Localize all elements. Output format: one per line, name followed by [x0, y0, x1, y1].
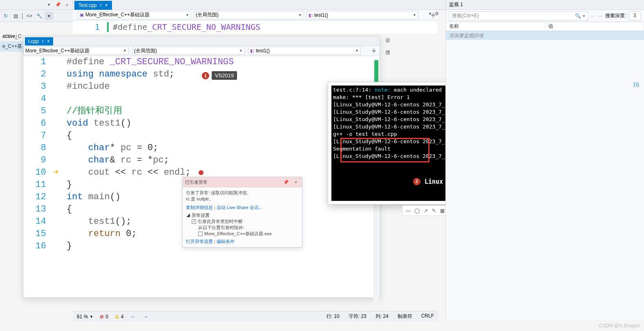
search-placeholder: 搜索(Ctrl+E) [452, 12, 479, 19]
line-number: 5 [23, 105, 52, 117]
watch-toolbar: 搜索(Ctrl+E) 🔍 ▾ ← → 搜索深度: 3 [446, 10, 644, 22]
code-line[interactable]: 4 [23, 93, 380, 105]
tab-t-cpp[interactable]: t.cpp ⇧ × [25, 37, 53, 45]
vs2019-badge: 1 VS2019 [202, 71, 237, 80]
dropdown-icon[interactable]: ▾ [45, 1, 53, 9]
bg-project-label: More_Effective_C++基础议题 [85, 12, 150, 18]
floating-editor: t.cpp ⇧ × More_Effective_C++基础议题 ▼ (全局范围… [23, 36, 380, 298]
chevron-down-icon: ▼ [413, 13, 416, 17]
search-input[interactable]: 搜索(Ctrl+E) 🔍 ▾ [449, 11, 588, 20]
code-text[interactable]: { [63, 203, 72, 216]
live-share-link[interactable]: 启动 Live Share 会话... [217, 205, 262, 210]
code-text[interactable]: void test1() [63, 117, 131, 130]
code-text[interactable]: #include [63, 81, 110, 93]
nav-back-icon[interactable]: ← [590, 13, 595, 19]
code-line[interactable]: 1#define _CRT_SECURE_NO_WARNINGS [23, 56, 380, 68]
code-text[interactable]: int main() [63, 191, 121, 203]
bg-func-select[interactable]: ◧test1() ▼ [306, 11, 418, 19]
code-text[interactable]: } [63, 240, 72, 252]
checkbox[interactable] [198, 232, 203, 236]
pin-icon[interactable]: 📌 [282, 178, 290, 186]
zoom-level[interactable]: 61 % ▼ [77, 314, 93, 320]
watch-add-hint: 添加要监视的项 [449, 32, 483, 39]
watch-add-row[interactable]: 添加要监视的项 [446, 31, 644, 40]
code-line[interactable]: 2using namespace std; [23, 68, 380, 81]
close-icon[interactable]: × [292, 178, 300, 186]
tab-close-icon[interactable]: × [105, 2, 108, 8]
nav-fwd-icon[interactable]: → [598, 13, 603, 19]
chevron-down-icon[interactable]: ▾ [427, 10, 434, 17]
close-icon[interactable]: × [63, 1, 71, 9]
tab-pin-icon[interactable]: ⇧ [41, 39, 45, 43]
open-exc-settings-link[interactable]: 打开异常设置 [186, 239, 213, 244]
code-line[interactable]: 8 char* pc = 0; [23, 142, 380, 154]
status-tabs: 制表符 [398, 313, 412, 320]
rect-icon[interactable]: ▭ [406, 207, 410, 214]
pin-icon[interactable]: 📌 [54, 1, 62, 9]
code-text[interactable]: { [63, 130, 72, 142]
code-text[interactable]: test1(); [63, 216, 131, 228]
code-line[interactable]: 5//指针和引用 [23, 105, 380, 117]
code-line[interactable]: 6void test1() [23, 117, 380, 130]
sidebar-tool-tab[interactable]: 搜 [384, 49, 391, 56]
exception-popup: 已引发异常 📌 × 引发了异常: 读取访问权限冲突。 rc 是 nullptr。… [182, 177, 302, 248]
dropdown-toggle-icon[interactable]: ▾ [45, 12, 53, 20]
code-text[interactable]: #define _CRT_SECURE_NO_WARNINGS [63, 56, 234, 68]
warning-count[interactable]: ⚠4 [115, 314, 124, 320]
gear-icon[interactable]: ⚙ [433, 10, 441, 17]
code-icon[interactable]: <> [25, 12, 34, 20]
code-text[interactable]: //指针和引用 [63, 105, 122, 117]
checkbox[interactable]: ✓ [192, 219, 196, 224]
code-text[interactable]: using namespace std; [63, 68, 174, 81]
float-func-select[interactable]: ◧test1() ▼ [248, 47, 361, 55]
watch-panel: 监视 1 搜索(Ctrl+E) 🔍 ▾ ← → 搜索深度: 3 名称 值 添加要… [445, 0, 644, 319]
tab-close-icon[interactable]: × [47, 38, 50, 44]
code-text[interactable]: char* pc = 0; [63, 142, 158, 154]
col-name[interactable]: 名称 [446, 23, 545, 30]
status-line: 行: 10 [326, 313, 340, 320]
code-text[interactable]: return 0; [63, 228, 137, 240]
breakpoint-arrow-icon: ➔ [53, 167, 58, 178]
code-text[interactable]: } [63, 179, 72, 191]
triangle-icon[interactable]: ◢ [186, 213, 192, 218]
search-depth-input[interactable]: 3 [628, 11, 641, 20]
line-number: 12 [23, 191, 52, 203]
nav-back-icon[interactable]: ← [130, 313, 136, 320]
bg-scope-select[interactable]: (全局范围) ▼ [194, 11, 304, 19]
left-project-list: ective_C e_C++基 [0, 10, 25, 321]
code-line[interactable]: 3#include [23, 81, 380, 93]
col-value[interactable]: 值 [545, 23, 644, 30]
copy-details-link[interactable]: 复制详细信息 [186, 205, 213, 210]
float-project-select[interactable]: More_Effective_C++基础议题 ▼ [23, 47, 129, 55]
tab-pin-icon[interactable]: ⇧ [99, 3, 103, 7]
function-icon: ◧ [250, 48, 254, 53]
code-text[interactable]: char& rc = *pc; [63, 154, 169, 167]
float-scope-select[interactable]: (全局范围) ▼ [132, 47, 245, 55]
document-tab-strip: Test.cpp ⇧ × [73, 0, 112, 10]
status-bar: 61 % ▼ ⊘0 ⚠4 ← → 行: 10 字符: 23 列: 24 制表符 … [73, 311, 438, 322]
tab-label: t.cpp [28, 38, 39, 44]
line-number: 13 [23, 203, 52, 216]
list-item[interactable]: ective_C [0, 32, 25, 41]
code-line[interactable]: 7{ [23, 130, 380, 142]
error-count[interactable]: ⊘0 [100, 314, 108, 320]
wrench-icon[interactable]: 🔧 [35, 12, 43, 20]
list-item[interactable]: e_C++基 [0, 41, 25, 52]
sidebar-tool-tab[interactable]: 诊 [384, 37, 391, 44]
edit-cond-link[interactable]: 编辑条件 [217, 239, 235, 244]
line-number: 6 [23, 117, 52, 130]
tab-test-cpp[interactable]: Test.cpp ⇧ × [74, 1, 112, 10]
pencil-icon[interactable]: ✎ [432, 207, 436, 214]
line-number: 7 [23, 130, 52, 142]
warning-icon: ⚠ [115, 314, 119, 320]
split-icon[interactable]: ╪ [370, 47, 378, 55]
bg-project-select[interactable]: ▣More_Effective_C++基础议题 ▼ [78, 11, 191, 19]
circle-icon[interactable]: ◯ [414, 207, 420, 214]
arrow-icon[interactable]: ↗ [424, 207, 428, 214]
code-text[interactable]: cout << rc << endl; [63, 167, 201, 179]
code-line[interactable]: 9 char& rc = *pc; [23, 154, 380, 167]
nav-fwd-icon[interactable]: → [143, 313, 148, 320]
mosaic-icon[interactable]: ▦ [440, 207, 445, 214]
bg-code-line-1: 1 #define _CRT_SECURE_NO_WARNINGS [73, 20, 437, 34]
linux-badge: 2 Linux [413, 178, 443, 185]
